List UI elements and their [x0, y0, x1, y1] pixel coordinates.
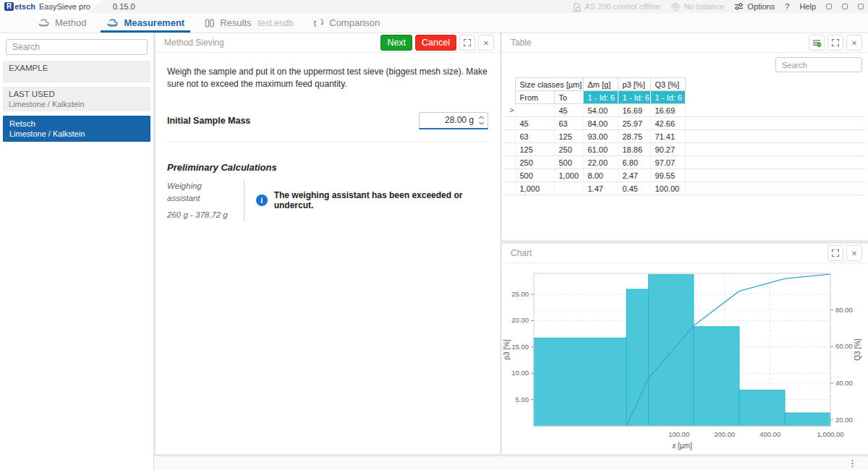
method-sieving-panel: Method Sieving Next Cancel × Weigh the s…	[156, 33, 500, 454]
title-bar: R etsch EasySieve pro 0.15.0 AS 200 cont…	[0, 0, 868, 13]
y-right-tick-label: 40.00	[835, 379, 853, 387]
weighing-assistant-warning: The weighing assistant has been exceeded…	[274, 190, 488, 210]
table-row[interactable]: 1,000 1.47 0.45 100.00	[505, 182, 865, 195]
cancel-button[interactable]: Cancel	[415, 35, 456, 51]
sliders-icon	[734, 2, 744, 11]
bottom-status-bar: ⋮	[154, 456, 868, 470]
next-button[interactable]: Next	[380, 35, 412, 51]
table-columns-settings-button[interactable]	[809, 35, 825, 51]
p3-histogram-bar	[785, 413, 830, 426]
results-table: Size classes [µm] Δm [g] p3 [%] Q3 [%] F…	[505, 77, 865, 195]
bars-icon	[205, 18, 215, 28]
help-button[interactable]: Help	[799, 2, 816, 11]
initial-sample-mass-row: Initial Sample Mass 28.00 g	[167, 112, 488, 142]
y-right-axis-title: Q3 [%]	[854, 338, 861, 361]
particle-size-distribution-chart: 5.0010.0015.0020.0025.0020.0040.0060.008…	[502, 263, 868, 454]
list-settings-icon	[812, 38, 822, 48]
sieve-pan-icon	[38, 18, 50, 27]
close-panel-button[interactable]: ×	[846, 35, 862, 51]
compare-cycle-icon	[313, 17, 324, 28]
series-id-cell[interactable]: 1 - Id: 6	[650, 91, 685, 104]
close-icon: ×	[483, 38, 489, 48]
y-right-tick-label: 20.00	[835, 416, 853, 424]
close-panel-button[interactable]: ×	[478, 35, 494, 51]
expand-panel-button[interactable]	[459, 35, 475, 51]
y-left-tick-label: 10.00	[511, 369, 529, 377]
y-left-tick-label: 25.00	[511, 290, 529, 298]
close-icon: ×	[851, 38, 857, 48]
expand-panel-button[interactable]	[827, 35, 843, 51]
table-row[interactable]: > 45 54.00 16.69 16.69	[505, 104, 865, 117]
x-tick-label: 1,000.00	[817, 430, 844, 438]
window-minimize-button[interactable]	[826, 4, 832, 9]
column-header-p3[interactable]: p3 [%]	[618, 78, 650, 91]
table-row[interactable]: 63 125 93.00 28.75 71.41	[505, 130, 865, 143]
more-options-icon[interactable]: ⋮	[848, 458, 858, 469]
balance-status: No balance	[671, 1, 725, 12]
table-search-input[interactable]	[775, 57, 862, 72]
p3-histogram-bar	[626, 289, 649, 426]
table-row[interactable]: 45 63 84.00 25.97 42.66	[505, 117, 865, 130]
p3-histogram-bar	[534, 338, 626, 426]
y-left-tick-label: 20.00	[511, 316, 529, 324]
subheader-from[interactable]: From	[515, 91, 554, 104]
window-maximize-button[interactable]	[842, 4, 848, 9]
chart-panel: Chart × 5.0010.0015.0020.0025.0020.0040.…	[502, 244, 868, 454]
main-tabs: Method Measurement Results test.esdb Com…	[0, 13, 868, 33]
x-tick-label: 200.00	[714, 430, 735, 438]
subheader-to[interactable]: To	[554, 91, 583, 104]
panel-title: Chart	[511, 248, 532, 258]
app-version: 0.15.0	[113, 2, 135, 11]
tab-results[interactable]: Results test.esdb	[195, 13, 303, 33]
info-icon: i	[256, 195, 268, 206]
column-header-dm[interactable]: Δm [g]	[583, 78, 618, 91]
sidebar-search-input[interactable]	[6, 39, 148, 55]
p3-histogram-bar	[649, 275, 694, 426]
close-panel-button[interactable]: ×	[846, 245, 862, 261]
sieve-pan-icon	[106, 18, 119, 27]
table-row[interactable]: 250 500 22.00 6.80 97.07	[505, 156, 865, 169]
options-button[interactable]: Options	[734, 2, 775, 11]
instruction-text: Weigh the sample and put it on the upper…	[167, 66, 488, 90]
results-filename: test.esdb	[258, 18, 294, 28]
initial-sample-mass-input[interactable]: 28.00 g	[419, 112, 488, 129]
y-left-tick-label: 5.00	[516, 396, 529, 403]
expand-panel-button[interactable]	[827, 245, 843, 261]
product-name: EasySieve pro	[39, 2, 90, 11]
p3-histogram-bar	[694, 327, 739, 426]
balance-icon	[671, 1, 681, 12]
app-logo: R etsch EasySieve pro	[0, 0, 109, 13]
sidebar-group-example[interactable]: EXAMPLE	[3, 61, 150, 82]
expand-icon	[463, 38, 472, 47]
retsch-logo-icon: R	[4, 2, 14, 11]
help-question-button[interactable]: ?	[785, 2, 789, 11]
x-tick-label: 100.00	[668, 430, 689, 438]
method-sidebar: EXAMPLE LAST USED Limestone / Kalkstein …	[0, 33, 154, 470]
tab-measurement[interactable]: Measurement	[96, 13, 195, 33]
close-icon: ×	[851, 248, 857, 259]
spinner-stepper-icon[interactable]	[478, 115, 485, 126]
x-tick-label: 400.00	[760, 430, 780, 438]
sidebar-item-last-used[interactable]: LAST USED Limestone / Kalkstein	[3, 87, 150, 111]
y-left-tick-label: 15.00	[511, 343, 529, 351]
weighing-assistant-label: Weighing assistant	[167, 180, 232, 205]
tab-comparison[interactable]: Comparison	[303, 13, 390, 33]
series-id-cell[interactable]: 1 - Id: 6	[618, 91, 650, 104]
column-header-size-classes[interactable]: Size classes [µm]	[515, 78, 583, 91]
expand-icon	[831, 249, 840, 257]
sidebar-item-retsch-selected[interactable]: Retsch Limestone / Kalkstein	[3, 116, 150, 142]
y-right-tick-label: 80.00	[835, 306, 853, 314]
table-panel: Table ×	[502, 33, 868, 240]
window-close-button[interactable]	[858, 4, 864, 9]
expand-icon	[831, 38, 840, 47]
panel-title: Method Sieving	[164, 38, 224, 48]
sieve-machine-lock-icon	[571, 1, 581, 12]
initial-sample-mass-label: Initial Sample Mass	[167, 116, 250, 126]
y-right-tick-label: 60.00	[835, 342, 853, 350]
device-status: AS 200 control offline	[571, 1, 660, 12]
column-header-q3[interactable]: Q3 [%]	[650, 78, 685, 91]
tab-method[interactable]: Method	[27, 13, 96, 33]
table-row[interactable]: 125 250 61.00 18.86 90.27	[505, 143, 865, 156]
table-row[interactable]: 500 1,000 8.00 2.47 99.55	[505, 169, 865, 182]
series-id-cell[interactable]: 1 - Id: 6	[583, 91, 618, 104]
